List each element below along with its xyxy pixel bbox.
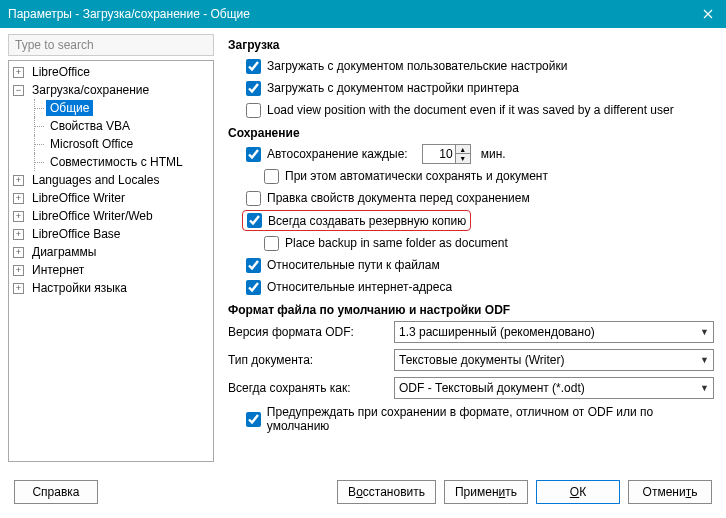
expand-icon[interactable]: +: [13, 175, 24, 186]
combo-doc-type[interactable]: Текстовые документы (Writer)▼: [394, 349, 714, 371]
chevron-down-icon: ▼: [700, 383, 709, 393]
options-tree[interactable]: +LibreOffice −Загрузка/сохранение Общие …: [8, 60, 214, 462]
expand-icon[interactable]: +: [13, 247, 24, 258]
settings-panel: Загрузка Загружать с документом пользова…: [218, 28, 726, 468]
help-button[interactable]: Справка: [14, 480, 98, 504]
row-rel-files: Относительные пути к файлам: [228, 255, 714, 275]
expand-icon[interactable]: +: [13, 265, 24, 276]
load-heading: Загрузка: [228, 38, 714, 52]
autosave-value-input[interactable]: [422, 144, 456, 164]
row-autosave: Автосохранение каждые: ▲ ▼ мин.: [228, 144, 714, 164]
row-doc-type: Тип документа: Текстовые документы (Writ…: [228, 349, 714, 371]
row-load-user: Загружать с документом пользовательские …: [228, 56, 714, 76]
collapse-icon[interactable]: −: [13, 85, 24, 96]
dialog-footer: Справка Восстановить Применить ОК Отмени…: [0, 468, 726, 516]
cb-load-view-position[interactable]: [246, 103, 261, 118]
tree-item-writer-web[interactable]: +LibreOffice Writer/Web: [9, 207, 213, 225]
row-always-save-as: Всегда сохранять как: ODF - Текстовый до…: [228, 377, 714, 399]
close-button[interactable]: [690, 0, 726, 28]
tree-item-lang-settings[interactable]: +Настройки языка: [9, 279, 213, 297]
expand-icon[interactable]: +: [13, 193, 24, 204]
chevron-down-icon: ▼: [700, 327, 709, 337]
expand-icon[interactable]: +: [13, 67, 24, 78]
tree-item-html-compat[interactable]: Совместимость с HTML: [9, 153, 213, 171]
cb-backup-same-folder[interactable]: [264, 236, 279, 251]
cancel-button[interactable]: Отменить: [628, 480, 712, 504]
tree-item-internet[interactable]: +Интернет: [9, 261, 213, 279]
expand-icon[interactable]: +: [13, 211, 24, 222]
combo-always-save-as[interactable]: ODF - Текстовый документ (*.odt)▼: [394, 377, 714, 399]
apply-button[interactable]: Применить: [444, 480, 528, 504]
tree-item-msoffice[interactable]: Microsoft Office: [9, 135, 213, 153]
window-title: Параметры - Загрузка/сохранение - Общие: [8, 7, 690, 21]
row-odf-version: Версия формата ODF: 1.3 расширенный (рек…: [228, 321, 714, 343]
cb-always-backup[interactable]: [247, 213, 262, 228]
row-backup: Всегда создавать резервную копию: [228, 210, 714, 231]
chevron-down-icon: ▼: [700, 355, 709, 365]
tree-item-vba[interactable]: Свойства VBA: [9, 117, 213, 135]
spin-down-icon[interactable]: ▼: [456, 154, 470, 163]
tree-item-base[interactable]: +LibreOffice Base: [9, 225, 213, 243]
cb-autosave-doc[interactable]: [264, 169, 279, 184]
cb-autosave[interactable]: [246, 147, 261, 162]
row-edit-props: Правка свойств документа перед сохранени…: [228, 188, 714, 208]
autosave-spinner[interactable]: ▲ ▼: [422, 144, 471, 164]
combo-odf-version[interactable]: 1.3 расширенный (рекомендовано)▼: [394, 321, 714, 343]
dialog-body: +LibreOffice −Загрузка/сохранение Общие …: [0, 28, 726, 468]
spin-up-icon[interactable]: ▲: [456, 145, 470, 154]
cb-warn-format[interactable]: [246, 412, 261, 427]
reset-button[interactable]: Восстановить: [337, 480, 436, 504]
cb-load-printer-settings[interactable]: [246, 81, 261, 96]
cb-relative-internet[interactable]: [246, 280, 261, 295]
cb-relative-files[interactable]: [246, 258, 261, 273]
row-rel-inet: Относительные интернет-адреса: [228, 277, 714, 297]
tree-item-load-save[interactable]: −Загрузка/сохранение: [9, 81, 213, 99]
tree-item-charts[interactable]: +Диаграммы: [9, 243, 213, 261]
left-pane: +LibreOffice −Загрузка/сохранение Общие …: [0, 28, 218, 468]
ok-button[interactable]: ОК: [536, 480, 620, 504]
titlebar: Параметры - Загрузка/сохранение - Общие: [0, 0, 726, 28]
tree-item-writer[interactable]: +LibreOffice Writer: [9, 189, 213, 207]
save-heading: Сохранение: [228, 126, 714, 140]
row-load-printer: Загружать с документом настройки принтер…: [228, 78, 714, 98]
cb-edit-props[interactable]: [246, 191, 261, 206]
row-warn-format: Предупреждать при сохранении в формате, …: [228, 405, 714, 433]
cb-load-user-settings[interactable]: [246, 59, 261, 74]
search-input[interactable]: [8, 34, 214, 56]
highlight-backup: Всегда создавать резервную копию: [242, 210, 471, 231]
close-icon: [703, 9, 713, 19]
tree-item-languages[interactable]: +Languages and Locales: [9, 171, 213, 189]
tree-item-libreoffice[interactable]: +LibreOffice: [9, 63, 213, 81]
expand-icon[interactable]: +: [13, 229, 24, 240]
row-load-view-pos: Load view position with the document eve…: [228, 100, 714, 120]
format-heading: Формат файла по умолчанию и настройки OD…: [228, 303, 714, 317]
row-backup-same-folder: Place backup in same folder as document: [228, 233, 714, 253]
expand-icon[interactable]: +: [13, 283, 24, 294]
row-autosave-doc: При этом автоматически сохранять и докум…: [228, 166, 714, 186]
tree-item-general[interactable]: Общие: [9, 99, 213, 117]
